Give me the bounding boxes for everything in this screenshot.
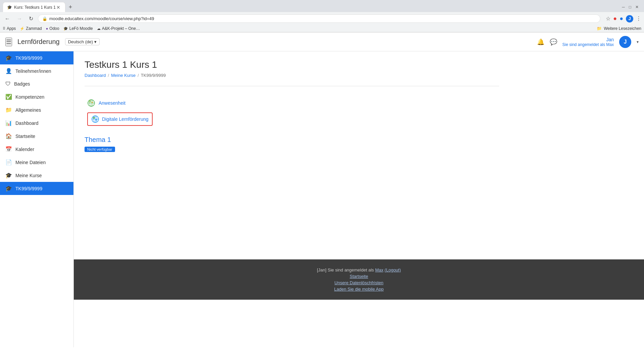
svg-point-10 <box>93 117 95 119</box>
profile-icon-blue[interactable]: ● <box>620 15 623 22</box>
lock-icon: 🔒 <box>42 16 47 21</box>
bookmark-ak[interactable]: ☁ A&K-Projekt – One… <box>97 26 140 31</box>
page-title: Testkurs 1 Kurs 1 <box>85 59 499 70</box>
lang-chevron-icon: ▾ <box>94 39 97 44</box>
address-bar-row: ← → ↻ 🔒 moodle.educaltex.com/moodle/cour… <box>0 12 644 25</box>
nav-right: 🔔 💬 Jan Sie sind angemeldet als Max J ▾ <box>537 36 639 48</box>
minimize-button[interactable]: ─ <box>622 5 625 9</box>
digitale-link[interactable]: Digitale Lernförderung <box>102 116 149 122</box>
hamburger-button[interactable]: ☰ <box>5 38 12 46</box>
nicht-verfuegbar-badge: Nicht verfügbar <box>85 147 115 152</box>
footer-line-1: [Jan] Sie sind angemeldet als Max (Logou… <box>80 267 637 272</box>
bookmark-zammad-label: Zammad <box>26 26 42 31</box>
kalender-icon: 📅 <box>5 146 12 152</box>
sidebar-item-course-bottom-label: TK99/9/9999 <box>15 186 42 191</box>
tab-bar: 🎓 Kurs: Testkurs 1 Kurs 1 ✕ + ─ □ ✕ <box>0 0 644 12</box>
address-bar[interactable]: 🔒 moodle.educaltex.com/moodle/course/vie… <box>38 14 600 23</box>
content-inner: Testkurs 1 Kurs 1 Dashboard / Meine Kurs… <box>74 51 510 165</box>
sidebar-item-allgemeines[interactable]: 📁 Allgemeines <box>0 103 73 116</box>
breadcrumb-dashboard[interactable]: Dashboard <box>85 73 106 78</box>
active-tab[interactable]: 🎓 Kurs: Testkurs 1 Kurs 1 ✕ <box>3 2 65 12</box>
bookmark-odoo[interactable]: ● Odoo <box>46 26 59 31</box>
sidebar-item-dashboard-label: Dashboard <box>15 120 39 126</box>
badges-icon: 🛡 <box>5 81 11 87</box>
maximize-button[interactable]: □ <box>629 5 631 9</box>
lefo-favicon: 🎓 <box>63 27 68 31</box>
language-selector[interactable]: Deutsch (de) ▾ <box>65 38 100 45</box>
svg-point-4 <box>89 100 91 102</box>
sidebar-item-course-bottom[interactable]: 🎓 TK99/9/9999 <box>0 182 73 195</box>
activity-digitale-container: Digitale Lernförderung <box>85 109 499 129</box>
user-name-label[interactable]: Jan <box>606 37 614 42</box>
account-icon[interactable]: J <box>626 15 633 22</box>
user-logged-label: Sie sind angemeldet als Max <box>562 42 614 47</box>
menu-icon[interactable]: ⋮ <box>636 15 641 22</box>
profile-icon-red[interactable]: ● <box>613 15 617 22</box>
sidebar-item-dashboard[interactable]: 📊 Dashboard <box>0 116 73 130</box>
breadcrumb-current: TK99/9/9999 <box>141 73 166 78</box>
star-icon[interactable]: ☆ <box>606 15 610 22</box>
refresh-button[interactable]: ↻ <box>27 14 35 23</box>
footer-mobile-app-link[interactable]: Laden Sie die mobile App <box>334 287 383 292</box>
reading-list-icon: 📁 <box>597 26 602 31</box>
reading-list-label[interactable]: Weitere Lesezeichen <box>604 26 641 31</box>
tab-title: Kurs: Testkurs 1 Kurs 1 <box>14 5 56 10</box>
breadcrumb-sep-2: / <box>138 73 139 78</box>
odoo-favicon: ● <box>46 27 48 31</box>
sidebar-item-meine-dateien-label: Meine Dateien <box>15 160 46 165</box>
bookmark-ak-label: A&K-Projekt – One… <box>102 26 140 31</box>
footer-line-2: Startseite <box>80 274 637 279</box>
topic-section: Thema 1 Nicht verfügbar <box>85 136 499 152</box>
sidebar-item-meine-kurse[interactable]: 🎓 Meine Kurse <box>0 169 73 182</box>
sidebar-item-meine-kurse-label: Meine Kurse <box>15 173 42 178</box>
sidebar-item-kompetenzen[interactable]: ✅ Kompetenzen <box>0 90 73 103</box>
kompetenzen-icon: ✅ <box>5 94 12 100</box>
site-name: Lernförderung <box>17 38 60 46</box>
footer-line-3: Unsere Datenlöschfristen <box>80 280 637 285</box>
close-button[interactable]: ✕ <box>635 5 639 9</box>
footer-datenschutz-link[interactable]: Unsere Datenlöschfristen <box>334 280 383 285</box>
sidebar-item-startseite[interactable]: 🏠 Startseite <box>0 130 73 143</box>
footer-logout-link[interactable]: (Logout) <box>385 267 401 272</box>
content-divider <box>85 86 499 86</box>
allgemeines-icon: 📁 <box>5 107 12 113</box>
back-button[interactable]: ← <box>3 14 12 23</box>
bookmark-lefo[interactable]: 🎓 LeFö Moodle <box>63 26 93 31</box>
bookmark-zammad[interactable]: ⚡ Zammad <box>20 26 42 31</box>
sidebar-item-kalender-label: Kalender <box>15 147 34 152</box>
anwesenheit-icon <box>87 99 95 107</box>
meine-dateien-icon: 📄 <box>5 159 12 165</box>
forward-button[interactable]: → <box>15 14 24 23</box>
tab-close-button[interactable]: ✕ <box>56 4 61 11</box>
dashboard-icon: 📊 <box>5 120 12 126</box>
address-text: moodle.educaltex.com/moodle/course/view.… <box>49 16 596 21</box>
bookmark-lefo-label: LeFö Moodle <box>69 26 93 31</box>
sidebar-item-teilnehmer[interactable]: 👤 Teilnehmer/innen <box>0 64 73 78</box>
sidebar-item-kalender[interactable]: 📅 Kalender <box>0 143 73 156</box>
sidebar-item-course-top[interactable]: 🎓 TK99/9/9999 <box>0 51 73 64</box>
window-controls: ─ □ ✕ <box>622 5 641 9</box>
activity-anwesenheit: Anwesenheit <box>85 97 499 109</box>
footer: [Jan] Sie sind angemeldet als Max (Logou… <box>74 259 644 300</box>
footer-line-4: Laden Sie die mobile App <box>80 287 637 292</box>
toolbar-icons: ☆ ● ● J ⋮ <box>606 15 641 22</box>
footer-startseite-link[interactable]: Startseite <box>350 274 368 279</box>
sidebar-item-course-top-label: TK99/9/9999 <box>15 55 42 61</box>
bell-icon[interactable]: 🔔 <box>537 38 544 46</box>
breadcrumb-meine-kurse[interactable]: Meine Kurse <box>111 73 136 78</box>
user-avatar[interactable]: J <box>619 36 631 48</box>
digitale-icon <box>91 115 99 123</box>
chat-icon[interactable]: 💬 <box>550 38 557 46</box>
footer-user-link[interactable]: Max <box>375 267 383 272</box>
sidebar-item-badges[interactable]: 🛡 Badges <box>0 78 73 90</box>
sidebar-item-meine-dateien[interactable]: 📄 Meine Dateien <box>0 156 73 169</box>
ak-favicon: ☁ <box>97 27 101 31</box>
digitale-highlighted-box[interactable]: Digitale Lernförderung <box>87 112 153 126</box>
new-tab-button[interactable]: + <box>67 4 74 11</box>
topic-title: Thema 1 <box>85 136 499 144</box>
anwesenheit-link[interactable]: Anwesenheit <box>99 100 125 106</box>
nav-chevron-icon[interactable]: ▾ <box>637 40 639 44</box>
sidebar-item-startseite-label: Startseite <box>15 134 35 139</box>
footer-pre-text: [Jan] Sie sind angemeldet als <box>317 267 374 272</box>
bookmark-apps[interactable]: ⠿ Apps <box>3 26 16 31</box>
